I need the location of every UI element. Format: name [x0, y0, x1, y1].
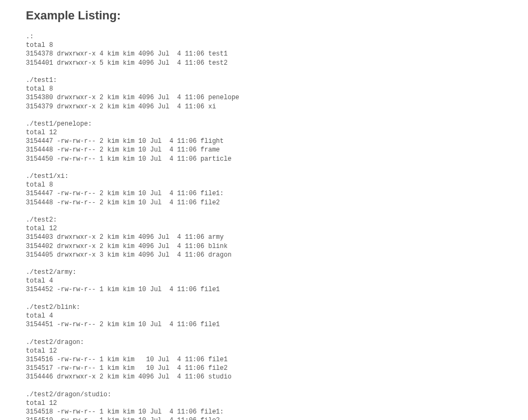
listing-output: .: total 8 3154378 drwxrwxr-x 4 kim kim … [26, 32, 502, 420]
section-heading: Example Listing: [26, 9, 502, 23]
document-container: Example Listing: .: total 8 3154378 drwx… [0, 9, 528, 420]
